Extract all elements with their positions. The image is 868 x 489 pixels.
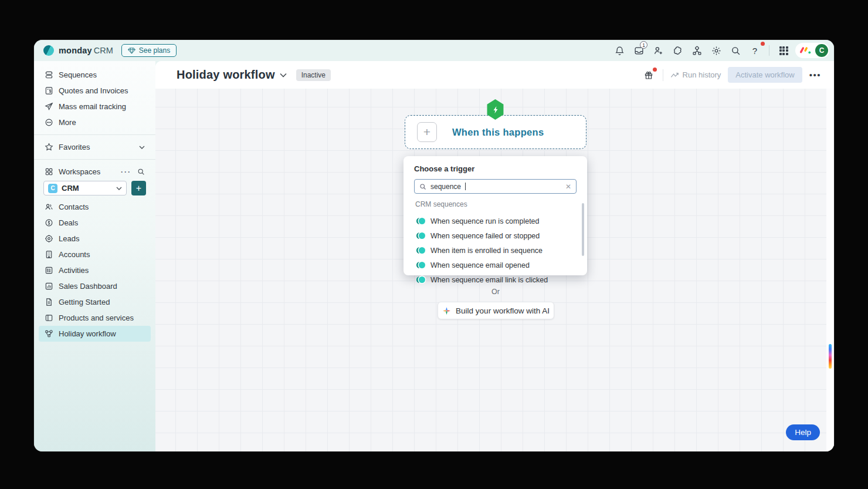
sequence-icon [416, 276, 425, 284]
sidebar-item-sales-dashboard[interactable]: Sales Dashboard [39, 278, 151, 294]
trigger-option[interactable]: When sequence run is completed [414, 214, 577, 228]
invoice-icon [45, 86, 53, 95]
monday-logo-icon [43, 45, 54, 56]
workspaces-grid-icon [45, 167, 53, 176]
sidebar-item-getting-started[interactable]: Getting Started [39, 294, 151, 310]
sidebar-item-leads[interactable]: Leads [39, 231, 151, 247]
run-history-button[interactable]: Run history [670, 70, 721, 79]
sidebar-item-contacts[interactable]: Contacts [39, 199, 151, 215]
workspaces-search-icon[interactable] [137, 168, 145, 176]
workspace-name: CRM [62, 184, 112, 193]
sidebar-item-quotes-invoices[interactable]: Quotes and Invoices [39, 83, 151, 99]
sidebar-item-holiday-workflow[interactable]: Holiday workflow [39, 326, 151, 342]
more-circle-icon [45, 118, 53, 127]
sidebar-item-label: Products and services [59, 313, 134, 322]
canvas-gutter [826, 89, 834, 451]
workflow-icon [45, 329, 53, 338]
build-with-ai-button[interactable]: Build your workflow with AI [438, 302, 554, 319]
workspace-badge: C [48, 184, 57, 193]
trigger-option[interactable]: When sequence failed or stopped [414, 228, 577, 243]
sidebar-section-workspaces[interactable]: Workspaces [39, 164, 151, 180]
or-separator: Or [405, 288, 586, 296]
activate-workflow-button[interactable]: Activate workflow [728, 67, 802, 83]
search-value: sequence [430, 183, 461, 191]
account-switcher[interactable]: C [795, 43, 829, 58]
sidebar-item-activities[interactable]: Activities [39, 262, 151, 278]
brand-crm: CRM [94, 46, 113, 55]
monday-mark-icon [800, 46, 812, 55]
when-this-happens-node[interactable]: + When this happens [405, 115, 586, 149]
sidebar-item-label: Leads [59, 234, 79, 243]
workspaces-label: Workspaces [59, 167, 100, 176]
brand-name: mondayCRM [59, 46, 113, 55]
main-panel: Holiday workflow Inactive Run history Ac… [155, 61, 834, 451]
trigger-node-label: When this happens [452, 127, 544, 138]
add-trigger-button[interactable]: + [417, 122, 437, 142]
sidebar-item-label: Activities [59, 266, 89, 275]
leads-icon [45, 234, 53, 243]
products-icon [45, 313, 53, 322]
trigger-option[interactable]: When sequence email opened [414, 258, 577, 272]
invite-members-icon[interactable] [650, 43, 666, 58]
accounts-icon [45, 250, 53, 259]
hierarchy-icon[interactable] [689, 43, 704, 58]
settings-gear-icon[interactable] [708, 43, 724, 58]
pulse-icon [670, 72, 679, 79]
workflow-title[interactable]: Holiday workflow [177, 68, 287, 82]
app-grid-icon[interactable] [776, 43, 791, 58]
sidebar-item-products-services[interactable]: Products and services [39, 310, 151, 326]
notifications-bell-icon[interactable] [612, 43, 627, 58]
contacts-icon [45, 203, 53, 211]
chevron-down-icon [280, 73, 287, 77]
help-question-icon[interactable]: ? [747, 43, 762, 58]
activities-icon [45, 266, 53, 275]
sidebar-item-sequences[interactable]: Sequences [39, 67, 151, 83]
header-more-options-icon[interactable] [809, 70, 821, 80]
sequence-icon [416, 261, 425, 269]
search-icon [419, 183, 426, 190]
sidebar-item-label: Mass email tracking [59, 102, 126, 111]
brand-monday: monday [59, 46, 92, 55]
user-avatar[interactable]: C [815, 44, 828, 57]
workflow-canvas[interactable]: + When this happens Choose a trigger seq… [155, 89, 834, 451]
trigger-option-label: When sequence failed or stopped [430, 232, 540, 240]
sidebar-item-mass-email-tracking[interactable]: Mass email tracking [39, 99, 151, 114]
popup-scrollbar[interactable] [582, 203, 584, 256]
favorites-label: Favorites [59, 143, 90, 151]
clear-search-icon[interactable]: ✕ [565, 183, 571, 191]
inbox-icon[interactable]: 1 [631, 43, 646, 58]
topbar-divider [769, 45, 769, 56]
trigger-search-input[interactable]: sequence ✕ [414, 179, 577, 194]
trigger-option[interactable]: When item is enrolled in sequence [414, 243, 577, 258]
sidebar-item-deals[interactable]: Deals [39, 215, 151, 231]
apps-blob-icon[interactable] [670, 43, 685, 58]
search-icon[interactable] [728, 43, 743, 58]
workspaces-options-icon[interactable] [121, 168, 131, 176]
trigger-group-label: CRM sequences [415, 200, 577, 208]
sidebar-item-label: Deals [59, 218, 78, 227]
see-plans-label: See plans [139, 46, 170, 55]
sidebar-divider [34, 159, 155, 160]
trigger-option[interactable]: When sequence email link is clicked [414, 272, 577, 287]
add-workspace-item-button[interactable]: + [131, 181, 146, 195]
gift-notification-dot [653, 68, 657, 72]
workspace-selector[interactable]: C CRM [43, 181, 127, 195]
sidebar-section-favorites[interactable]: Favorites [39, 139, 151, 155]
choose-trigger-popup: Choose a trigger sequence ✕ CRM sequence… [404, 156, 587, 275]
see-plans-button[interactable]: See plans [121, 44, 177, 57]
sidebar-item-accounts[interactable]: Accounts [39, 247, 151, 262]
workflow-title-text: Holiday workflow [177, 68, 275, 82]
sidebar: Sequences Quotes and Invoices Mass email… [34, 61, 155, 451]
status-badge: Inactive [296, 69, 331, 81]
sidebar-item-label: More [59, 118, 76, 127]
sidebar-item-label: Contacts [59, 203, 89, 211]
rainbow-scroll-indicator [829, 344, 832, 369]
trigger-option-label: When sequence email link is clicked [430, 276, 548, 284]
sidebar-item-label: Sequences [59, 70, 97, 79]
whats-new-gift-icon[interactable] [642, 68, 656, 82]
sequence-icon [416, 232, 425, 240]
sidebar-item-more[interactable]: More [39, 114, 151, 130]
help-notification-dot [761, 42, 765, 46]
sequences-icon [45, 70, 53, 79]
help-button[interactable]: Help [786, 424, 820, 440]
